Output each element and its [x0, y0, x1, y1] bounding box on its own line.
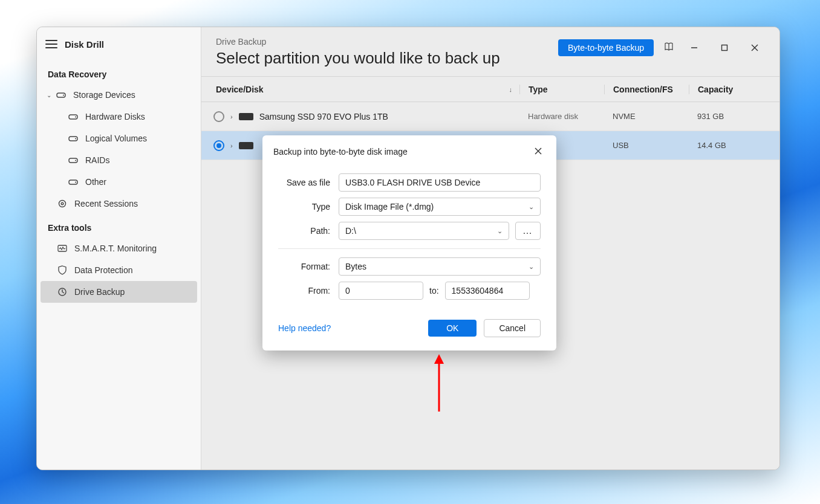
cell-connection: USB [604, 141, 689, 150]
label-format: Format: [278, 262, 330, 271]
svg-point-3 [75, 117, 76, 118]
label-to: to: [429, 286, 439, 296]
drive-icon [67, 178, 79, 186]
sidebar-item-raids[interactable]: RAIDs [37, 149, 201, 171]
table-header: Device/Disk ↓ Type Connection/FS Capacit… [201, 77, 779, 102]
sidebar-item-logical-volumes[interactable]: Logical Volumes [37, 128, 201, 149]
sidebar-item-storage-devices[interactable]: ⌄ Storage Devices [37, 84, 201, 106]
sidebar-item-label: Storage Devices [73, 90, 135, 100]
sidebar-item-data-protection[interactable]: Data Protection [37, 259, 201, 281]
svg-point-10 [59, 201, 66, 207]
gear-icon [56, 199, 68, 208]
device-name: Samsung SSD 970 EVO Plus 1TB [259, 112, 388, 121]
page-title: Select partition you would like to back … [216, 49, 558, 68]
label-from: From: [278, 286, 330, 296]
breadcrumb: Drive Backup [216, 37, 558, 47]
label-path: Path: [278, 226, 330, 236]
history-icon [56, 287, 68, 297]
label-type: Type [278, 202, 330, 212]
svg-point-5 [75, 138, 76, 140]
byte-to-byte-backup-button[interactable]: Byte-to-byte Backup [558, 39, 654, 56]
sort-arrow-icon: ↓ [509, 86, 513, 93]
path-select[interactable]: D:\ ⌄ [339, 222, 509, 240]
chevron-down-icon: ⌄ [529, 263, 534, 271]
close-button[interactable] [744, 39, 765, 56]
section-header-data-recovery: Data Recovery [37, 61, 201, 84]
cancel-button[interactable]: Cancel [484, 319, 541, 337]
app-title: Disk Drill [65, 39, 104, 50]
minimize-button[interactable] [684, 39, 704, 56]
col-header-connection[interactable]: Connection/FS [604, 85, 689, 94]
drive-icon [67, 157, 79, 164]
drive-icon [67, 113, 79, 120]
disk-icon [239, 142, 253, 149]
cell-type: Hardware disk [519, 112, 604, 121]
col-header-label: Device/Disk [216, 85, 264, 94]
col-header-device[interactable]: Device/Disk ↓ [201, 85, 519, 94]
sidebar-item-recent-sessions[interactable]: Recent Sessions [37, 193, 201, 215]
sidebar-item-other[interactable]: Other [37, 171, 201, 193]
sidebar-item-smart[interactable]: S.M.A.R.T. Monitoring [37, 237, 201, 259]
sidebar-item-label: S.M.A.R.T. Monitoring [74, 244, 157, 253]
format-select[interactable]: Bytes ⌄ [339, 257, 541, 276]
col-header-capacity[interactable]: Capacity [689, 85, 779, 94]
sidebar-item-drive-backup[interactable]: Drive Backup [41, 281, 197, 303]
svg-rect-15 [722, 45, 727, 51]
drive-icon [67, 135, 79, 142]
backup-dialog: Backup into byte-to-byte disk image Save… [262, 135, 556, 351]
monitor-icon [56, 245, 68, 252]
col-header-type[interactable]: Type [519, 85, 604, 94]
radio-selected-icon[interactable] [213, 140, 224, 151]
save-as-input[interactable] [339, 173, 541, 192]
divider [278, 248, 541, 249]
svg-point-1 [63, 95, 64, 96]
hamburger-icon[interactable] [45, 40, 57, 48]
browse-button[interactable]: … [515, 222, 541, 240]
label-save-as: Save as file [278, 178, 330, 187]
chevron-down-icon: ⌄ [45, 92, 53, 99]
sidebar: Disk Drill Data Recovery ⌄ Storage Devic… [37, 27, 201, 470]
dialog-title: Backup into byte-to-byte disk image [273, 147, 408, 157]
svg-point-11 [61, 202, 63, 205]
svg-point-7 [75, 160, 76, 161]
chevron-right-icon[interactable]: › [230, 142, 233, 149]
select-value: Disk Image File (*.dmg) [345, 202, 434, 212]
sidebar-item-label: Data Protection [74, 265, 133, 275]
select-value: Bytes [345, 262, 366, 271]
disk-icon [239, 113, 253, 120]
chevron-down-icon: ⌄ [497, 227, 503, 235]
svg-point-9 [75, 182, 76, 183]
drive-icon [55, 91, 67, 99]
sidebar-item-label: Other [85, 177, 106, 187]
dialog-close-button[interactable] [531, 144, 545, 159]
section-header-extra-tools: Extra tools [37, 215, 201, 237]
shield-icon [56, 265, 68, 275]
help-link[interactable]: Help needed? [278, 323, 331, 333]
from-input[interactable] [339, 282, 423, 300]
sidebar-item-label: RAIDs [85, 155, 109, 165]
ok-button[interactable]: OK [428, 320, 477, 337]
book-icon[interactable] [663, 41, 674, 54]
chevron-right-icon[interactable]: › [230, 113, 233, 120]
sidebar-item-label: Logical Volumes [85, 134, 147, 143]
select-value: D:\ [345, 226, 356, 236]
maximize-button[interactable] [714, 39, 735, 56]
main-header: Drive Backup Select partition you would … [201, 27, 779, 77]
sidebar-item-label: Recent Sessions [74, 199, 138, 208]
radio-unselected-icon[interactable] [213, 111, 224, 122]
sidebar-item-hardware-disks[interactable]: Hardware Disks [37, 106, 201, 128]
sidebar-item-label: Hardware Disks [85, 112, 145, 121]
sidebar-item-label: Drive Backup [74, 287, 125, 297]
to-input[interactable] [445, 282, 530, 300]
chevron-down-icon: ⌄ [529, 203, 534, 211]
table-row[interactable]: › Samsung SSD 970 EVO Plus 1TB Hardware … [201, 102, 779, 131]
type-select[interactable]: Disk Image File (*.dmg) ⌄ [339, 198, 541, 216]
cell-capacity: 14.4 GB [689, 141, 779, 150]
sidebar-header: Disk Drill [37, 27, 201, 61]
cell-capacity: 931 GB [689, 112, 779, 121]
cell-connection: NVME [604, 112, 689, 121]
